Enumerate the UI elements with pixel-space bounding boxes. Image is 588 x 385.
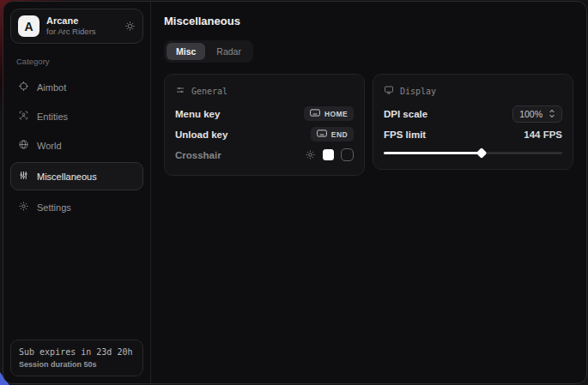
- dpi-scale-label: DPI scale: [384, 109, 427, 119]
- keyboard-icon: [317, 129, 327, 139]
- sidebar-nav: Aimbot Entities: [10, 75, 143, 220]
- sub-expiry-text: Sub expires in 23d 20h: [19, 347, 135, 357]
- fps-slider-fill: [384, 152, 482, 154]
- display-card: Display DPI scale 100% FPS limit: [373, 74, 573, 170]
- sidebar-item-label: Settings: [37, 202, 71, 213]
- sidebar-item-world[interactable]: World: [10, 133, 143, 158]
- crosshair-row: Crosshair: [175, 145, 354, 165]
- menu-key-row: Menu key HOME: [175, 104, 354, 123]
- app-name: Arcane: [46, 16, 96, 26]
- main-content: Miscellaneous Misc Radar General: [151, 2, 586, 383]
- dpi-scale-input[interactable]: 100%: [512, 105, 562, 123]
- menu-key-value: HOME: [324, 110, 348, 118]
- display-card-header: Display: [384, 85, 562, 97]
- menu-key-bind-button[interactable]: HOME: [304, 106, 354, 121]
- sidebar-item-aimbot[interactable]: Aimbot: [10, 75, 143, 99]
- brand-card: A Arcane for Arc Riders: [10, 9, 143, 44]
- dpi-scale-value: 100%: [519, 109, 543, 119]
- fps-limit-slider[interactable]: [384, 147, 562, 159]
- app-subtitle: for Arc Riders: [46, 27, 96, 36]
- unload-key-label: Unload key: [175, 129, 227, 140]
- sidebar: A Arcane for Arc Riders Category: [3, 2, 151, 383]
- fps-slider-thumb[interactable]: [476, 147, 488, 159]
- general-card: General Menu key HOME: [164, 74, 365, 176]
- sidebar-item-label: Aimbot: [37, 82, 66, 93]
- general-card-title: General: [191, 87, 227, 96]
- overlay-window: A Arcane for Arc Riders Category: [3, 1, 587, 384]
- dpi-scale-row: DPI scale 100%: [384, 104, 562, 123]
- category-label: Category: [16, 57, 137, 66]
- crosshair-icon: [18, 81, 29, 93]
- crosshair-label: Crosshair: [175, 150, 221, 160]
- menu-key-label: Menu key: [175, 109, 220, 119]
- stepper-arrows-icon[interactable]: [549, 109, 555, 118]
- sidebar-item-miscellaneous[interactable]: Miscellaneous: [10, 162, 143, 190]
- sidebar-item-label: Entities: [37, 111, 68, 122]
- keyboard-icon: [310, 109, 320, 118]
- sidebar-item-settings[interactable]: Settings: [10, 195, 143, 220]
- crosshair-controls: [305, 148, 354, 161]
- crosshair-settings-gear-icon[interactable]: [305, 149, 316, 160]
- crosshair-color-swatch[interactable]: [323, 149, 334, 160]
- globe-icon: [18, 139, 29, 152]
- fps-limit-label: FPS limit: [384, 129, 426, 140]
- entities-scan-icon: [18, 110, 29, 123]
- fps-limit-value: 144 FPS: [524, 129, 562, 140]
- brand-text: Arcane for Arc Riders: [46, 16, 96, 36]
- sidebar-item-entities[interactable]: Entities: [10, 104, 143, 129]
- unload-key-bind-button[interactable]: END: [311, 127, 354, 141]
- monitor-icon: [384, 85, 394, 97]
- fps-limit-row: FPS limit 144 FPS: [384, 124, 562, 144]
- crosshair-checkbox[interactable]: [341, 148, 354, 161]
- unload-key-row: Unload key END: [175, 124, 354, 144]
- tab-bar: Misc Radar: [164, 40, 253, 63]
- page-title: Miscellaneous: [164, 15, 573, 27]
- tab-misc[interactable]: Misc: [167, 43, 205, 60]
- unload-key-value: END: [331, 130, 348, 139]
- sidebar-item-label: Miscellaneous: [37, 171, 97, 182]
- tab-radar[interactable]: Radar: [207, 43, 251, 60]
- display-card-title: Display: [400, 87, 436, 96]
- app-logo: A: [18, 15, 39, 37]
- brand-gear-icon[interactable]: [124, 21, 136, 32]
- cards-row: General Menu key HOME: [164, 74, 573, 176]
- session-duration-text: Session duration 50s: [19, 360, 135, 369]
- sidebar-spacer: [10, 220, 143, 340]
- gear-icon: [18, 201, 29, 214]
- sidebar-item-label: World: [37, 141, 62, 151]
- adjustments-icon: [18, 170, 29, 183]
- adjustments-horizontal-icon: [175, 85, 185, 97]
- general-card-header: General: [175, 85, 354, 97]
- subscription-card: Sub expires in 23d 20h Session duration …: [10, 340, 143, 376]
